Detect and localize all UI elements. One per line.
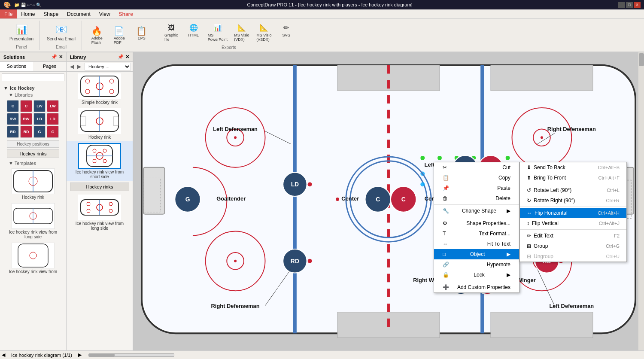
shape-rw-navy[interactable]: RW: [7, 113, 19, 125]
powerpoint-icon: 📊: [213, 23, 223, 33]
nav-next-icon[interactable]: ▶: [78, 352, 82, 358]
h-scrollbar-thumb[interactable]: [89, 354, 115, 356]
maximize-button[interactable]: □: [626, 2, 633, 8]
svg-button[interactable]: ✏ SVG: [276, 21, 297, 43]
shape-g-crimson[interactable]: G: [47, 126, 59, 138]
eps-icon: 📋: [137, 26, 147, 36]
close-button[interactable]: ✕: [634, 2, 641, 8]
context-menu[interactable]: ✂Cut 📋Copy 📌Paste 🗑Delete 🔧 Change Shape…: [434, 162, 519, 293]
library-item-long-side[interactable]: Ice hockey rink view from long side: [67, 193, 133, 232]
solutions-pin-icon[interactable]: 📌: [51, 54, 57, 60]
template-short-side[interactable]: Ice hockey rink view from: [3, 241, 63, 276]
eps-button[interactable]: 📋 EPS: [131, 24, 152, 46]
menu-document[interactable]: Document: [63, 9, 95, 18]
solutions-tab[interactable]: Solutions: [0, 62, 33, 71]
powerpoint-button[interactable]: 📊 MSPowerPoint: [205, 21, 230, 43]
hockey-rink-thumb: [78, 108, 121, 134]
shape-ld-crimson[interactable]: LD: [47, 113, 59, 125]
ctx-paste[interactable]: 📌Paste: [434, 183, 519, 193]
ctx-hypernote[interactable]: 🔗 Hypernote: [434, 259, 519, 270]
templates-subsection[interactable]: ▼ Templates: [3, 160, 63, 167]
vertical-scrollbar[interactable]: [638, 52, 644, 350]
shape-c-navy[interactable]: C: [7, 100, 19, 112]
visio-vsdx-button[interactable]: 📐 MS Visio(VSDX): [253, 21, 275, 43]
sub-send-back[interactable]: ⬇ Send To Back Ctrl+Alt+B: [520, 162, 626, 173]
rotate-right-icon: ↻: [527, 198, 531, 204]
graphic-button[interactable]: 🖼 Graphicfile: [161, 21, 182, 43]
svg-text:G: G: [185, 196, 190, 203]
template-hockey-rink[interactable]: Hockey rink: [3, 167, 63, 201]
nav-prev-icon[interactable]: ◀: [2, 352, 5, 358]
ctx-shape-props[interactable]: ⚙ Shape Properties...: [434, 218, 519, 228]
horizontal-scrollbar[interactable]: [88, 353, 174, 357]
library-item-simple-rink[interactable]: Simple hockey rink: [67, 72, 133, 106]
ctx-cut[interactable]: ✂Cut: [434, 162, 519, 173]
pages-tab[interactable]: Pages: [33, 62, 66, 71]
minimize-button[interactable]: —: [618, 2, 625, 8]
ctx-sep3: [434, 281, 519, 281]
ctx-change-shape[interactable]: 🔧 Change Shape ▶: [434, 206, 519, 216]
shape-lw-crimson[interactable]: LW: [47, 100, 59, 112]
shape-c-crimson[interactable]: C: [20, 100, 32, 112]
shape-ld-navy[interactable]: LD: [33, 113, 46, 125]
window-title: ConceptDraw PRO 11 - [Ice hockey rink wi…: [41, 2, 618, 7]
svg-rect-47: [491, 312, 593, 338]
toolbar: 📊 Presentation Panel 📧 Send via Email Em…: [0, 19, 644, 52]
menu-file[interactable]: File: [0, 9, 17, 18]
sub-edit-text[interactable]: ✏ Edit Text F2: [520, 231, 626, 241]
hockey-rinks-button[interactable]: Hockey rinks: [7, 149, 59, 158]
library-back-button[interactable]: ◀: [68, 63, 76, 70]
toolbar-adobe-group: 🔥 AdobeFlash 📄 AdobePDF 📋 EPS: [83, 21, 156, 50]
shape-g-navy[interactable]: G: [33, 126, 46, 138]
svg-text:Goaltender: Goaltender: [216, 195, 246, 202]
library-forward-button[interactable]: ▶: [76, 63, 83, 70]
ctx-add-custom[interactable]: ➕ Add Custom Properties: [434, 282, 519, 292]
collapse-templates-icon: ▼: [9, 161, 13, 166]
shape-lw-navy[interactable]: LW: [33, 100, 46, 112]
shape-rd-crimson[interactable]: RD: [20, 126, 32, 138]
sub-flip-horizontal[interactable]: ↔ Flip Horizontal Ctrl+Alt+H: [520, 208, 626, 218]
html-button[interactable]: 🌐 HTML: [183, 21, 204, 43]
presentation-button[interactable]: 📊 Presentation: [7, 21, 36, 43]
scrollbar-thumb[interactable]: [639, 53, 644, 66]
shape-rd-navy[interactable]: RD: [7, 126, 19, 138]
menu-share[interactable]: Share: [115, 9, 137, 18]
ctx-lock[interactable]: 🔒 Lock ▶: [434, 270, 519, 280]
adobe-pdf-button[interactable]: 📄 AdobePDF: [109, 24, 130, 46]
template-long-side[interactable]: Ice hockey rink view from long side: [3, 201, 63, 241]
ice-hockey-section-title[interactable]: ▼ Ice Hockey: [3, 85, 63, 91]
libraries-subsection[interactable]: ▼ Libraries: [3, 91, 63, 98]
solutions-search-input[interactable]: [2, 73, 64, 81]
menu-shape[interactable]: Shape: [39, 9, 63, 18]
menu-home[interactable]: Home: [17, 9, 39, 18]
library-item-short-side[interactable]: Ice hockey rink view from short side: [67, 141, 133, 181]
send-back-icon: ⬇: [527, 164, 531, 170]
sub-group[interactable]: ⊞ Group Ctrl+G: [520, 241, 626, 251]
html-label: HTML: [188, 33, 199, 37]
ctx-text-format[interactable]: T Text Format...: [434, 228, 519, 239]
ctx-copy[interactable]: 📋Copy: [434, 173, 519, 183]
visio-vdx-button[interactable]: 📐 MS Visio(VDX): [231, 21, 252, 43]
menu-view[interactable]: View: [95, 9, 115, 18]
canvas-area[interactable]: LD LW LW Left Winger Right Winger G Goal…: [133, 52, 644, 350]
ctx-object[interactable]: □ Object ▶: [434, 249, 519, 259]
sub-flip-vertical[interactable]: ↕ Flip Vertical Ctrl+Alt+J: [520, 218, 626, 228]
svg-text:LD: LD: [291, 181, 299, 188]
library-pin-icon[interactable]: 📌: [118, 54, 124, 60]
sub-bring-front[interactable]: ⬆ Bring To Front Ctrl+Alt+F: [520, 173, 626, 183]
sub-menu[interactable]: ⬇ Send To Back Ctrl+Alt+B ⬆ Bring To Fro…: [519, 162, 627, 262]
library-close-icon[interactable]: ✕: [125, 54, 129, 60]
ctx-fit-text[interactable]: ↔ Fit To Text: [434, 239, 519, 249]
ctx-delete[interactable]: 🗑Delete: [434, 193, 519, 204]
sub-rotate-right[interactable]: ↻ Rotate Right (90°) Ctrl+R: [520, 195, 626, 206]
shape-rw-crimson[interactable]: RW: [20, 113, 32, 125]
sub-ungroup[interactable]: ⊟ Ungroup Ctrl+U: [520, 251, 626, 262]
sub-edit-text-shortcut: F2: [614, 233, 620, 238]
library-selector[interactable]: Hockey ...: [85, 63, 131, 70]
solutions-close-icon[interactable]: ✕: [59, 54, 63, 60]
send-email-button[interactable]: 📧 Send via Email: [44, 21, 78, 43]
adobe-flash-button[interactable]: 🔥 AdobeFlash: [86, 24, 108, 46]
sub-rotate-left[interactable]: ↺ Rotate Left (90°) Ctrl+L: [520, 185, 626, 195]
svg-text:Right Defenseman: Right Defenseman: [211, 303, 260, 309]
library-item-hockey-rink[interactable]: Hockey rink: [67, 106, 133, 141]
